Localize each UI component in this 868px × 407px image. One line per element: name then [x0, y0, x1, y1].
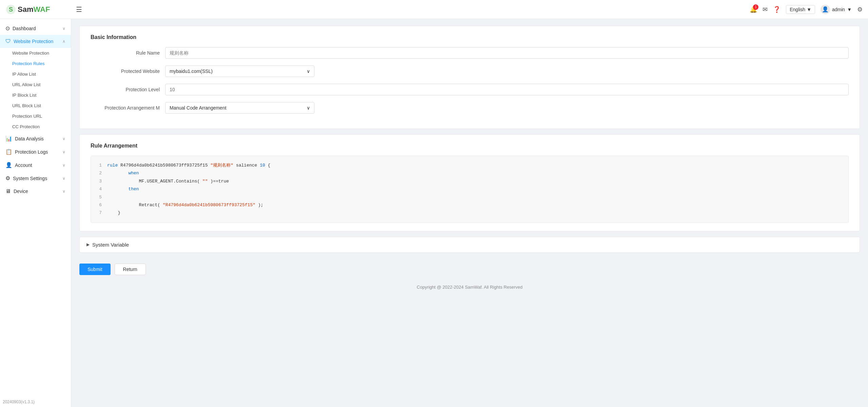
sidebar-sub-item-url-allow-list[interactable]: URL Allow List: [0, 79, 71, 90]
user-menu[interactable]: 👤 admin ▼: [821, 5, 852, 14]
language-arrow-icon: ▼: [807, 7, 811, 12]
protected-website-value: mybaidu1.com(SSL): [170, 69, 213, 74]
version-tag: 20240903(v1.3.1): [3, 400, 35, 404]
user-name: admin: [832, 7, 845, 12]
settings-icon[interactable]: ⚙: [857, 6, 863, 13]
sidebar-item-label: Dashboard: [13, 26, 36, 31]
sidebar-item-label: Data Analysis: [15, 136, 44, 141]
protected-website-label: Protected Website: [91, 69, 165, 74]
device-icon: 🖥: [5, 188, 11, 194]
logo-icon: S: [5, 4, 16, 15]
system-variable-header[interactable]: ▶ System Variable: [80, 237, 860, 252]
sidebar-item-label: Device: [14, 189, 28, 194]
account-chevron-icon: ∨: [62, 163, 65, 168]
submit-button[interactable]: Submit: [79, 264, 111, 275]
rule-name-label: Rule Name: [91, 50, 165, 56]
logo-sam-text: Sam: [18, 5, 33, 14]
account-icon: 👤: [5, 162, 12, 168]
rule-name-control: [165, 47, 849, 59]
dashboard-icon: ⊙: [5, 25, 10, 32]
protected-website-row: Protected Website mybaidu1.com(SSL) ∨: [91, 65, 849, 77]
code-line-2: 2 when: [96, 169, 843, 177]
protection-arrangement-arrow-icon: ∨: [307, 105, 310, 111]
notification-icon[interactable]: 🔔 1: [750, 6, 757, 13]
footer: Copyright @ 2022-2024 SamWaf. All Rights…: [79, 280, 860, 294]
sidebar-item-website-protection-parent[interactable]: 🛡 Website Protection ∧: [0, 35, 71, 48]
sidebar-item-label: Protection Logs: [15, 149, 48, 155]
protected-website-arrow-icon: ∨: [307, 69, 310, 74]
rule-name-row: Rule Name: [91, 47, 849, 59]
system-variable-title: System Variable: [92, 242, 129, 248]
sidebar-sub-item-protection-url[interactable]: Protection URL: [0, 111, 71, 121]
code-line-3: 3 MF.USER_AGENT.Contains( "" )==true: [96, 177, 843, 185]
system-settings-icon: ⚙: [5, 175, 10, 181]
help-icon[interactable]: ❓: [773, 6, 780, 13]
device-chevron-icon: ∨: [62, 189, 65, 194]
line-num-3: 3: [96, 177, 102, 185]
main-content: Basic Information Rule Name Protected We…: [71, 19, 868, 407]
protection-logs-chevron-icon: ∨: [62, 150, 65, 154]
sidebar-item-dashboard[interactable]: ⊙ Dashboard ∨: [0, 22, 71, 35]
code-line-1: 1 rule R4796d4da0b6241b5980673ff93725f15…: [96, 161, 843, 169]
website-protection-icon: 🛡: [5, 38, 11, 44]
action-buttons: Submit Return: [79, 258, 860, 280]
data-analysis-chevron-icon: ∨: [62, 136, 65, 141]
header: S SamWAF ☰ 🔔 1 ✉ ❓ English ▼ 👤 admin ▼ ⚙: [0, 0, 868, 19]
sidebar-sub-item-protection-rules[interactable]: Protection Rules: [0, 58, 71, 69]
protection-arrangement-select[interactable]: Manual Code Arrangement ∨: [165, 102, 314, 114]
basic-info-card: Basic Information Rule Name Protected We…: [79, 26, 860, 129]
hamburger-button[interactable]: ☰: [73, 3, 85, 16]
system-variable-chevron-icon: ▶: [86, 242, 90, 247]
sidebar-sub-item-ip-allow-list[interactable]: IP Allow List: [0, 69, 71, 79]
user-arrow-icon: ▼: [847, 7, 852, 12]
sidebar-item-data-analysis[interactable]: 📊 Data Analysis ∨: [0, 132, 71, 145]
website-protection-chevron-icon: ∧: [62, 39, 65, 44]
protected-website-select[interactable]: mybaidu1.com(SSL) ∨: [165, 65, 314, 77]
sidebar-sub-item-cc-protection[interactable]: CC Protection: [0, 121, 71, 132]
line-num-6: 6: [96, 201, 102, 209]
copyright-text: Copyright @ 2022-2024 SamWaf. All Rights…: [417, 285, 523, 290]
protection-logs-icon: 📋: [5, 149, 12, 155]
line-num-5: 5: [96, 193, 102, 201]
language-selector[interactable]: English ▼: [786, 5, 815, 14]
protected-website-control: mybaidu1.com(SSL) ∨: [165, 65, 849, 77]
sidebar-item-label: Website Protection: [14, 39, 53, 44]
code-line-6: 6 Retract( "R4796d4da0b6241b5980673ff937…: [96, 201, 843, 209]
protection-arrangement-label: Protection Arrangement M: [91, 105, 165, 111]
code-block: 1 rule R4796d4da0b6241b5980673ff93725f15…: [91, 156, 849, 223]
protection-arrangement-row: Protection Arrangement M Manual Code Arr…: [91, 102, 849, 114]
sidebar-item-label: System Settings: [13, 176, 47, 181]
rule-name-input[interactable]: [165, 47, 849, 59]
user-avatar: 👤: [821, 5, 830, 14]
protection-level-row: Protection Level: [91, 84, 849, 95]
notification-badge: 1: [753, 4, 758, 10]
sidebar-item-protection-logs[interactable]: 📋 Protection Logs ∨: [0, 145, 71, 158]
rule-arrangement-card: Rule Arrangement 1 rule R4796d4da0b6241b…: [79, 134, 860, 231]
protection-level-input[interactable]: [165, 84, 849, 95]
protection-arrangement-control: Manual Code Arrangement ∨: [165, 102, 849, 114]
sidebar-sub-item-ip-block-list[interactable]: IP Block List: [0, 90, 71, 100]
line-num-7: 7: [96, 209, 102, 217]
data-analysis-icon: 📊: [5, 135, 12, 142]
svg-text:S: S: [9, 6, 13, 13]
sidebar-item-system-settings[interactable]: ⚙ System Settings ∨: [0, 172, 71, 185]
system-settings-chevron-icon: ∨: [62, 176, 65, 181]
code-line-5: 5: [96, 193, 843, 201]
line-num-4: 4: [96, 185, 102, 193]
sidebar-item-device[interactable]: 🖥 Device ∨: [0, 185, 71, 198]
sidebar: ⊙ Dashboard ∨ 🛡 Website Protection ∧ Web…: [0, 19, 71, 407]
header-right: 🔔 1 ✉ ❓ English ▼ 👤 admin ▼ ⚙: [750, 5, 863, 14]
protection-arrangement-value: Manual Code Arrangement: [170, 105, 226, 111]
line-num-1: 1: [96, 161, 102, 169]
protection-level-control: [165, 84, 849, 95]
language-label: English: [790, 7, 805, 12]
protection-level-label: Protection Level: [91, 87, 165, 92]
return-button[interactable]: Return: [115, 264, 146, 275]
sidebar-sub-item-url-block-list[interactable]: URL Block List: [0, 100, 71, 111]
code-keyword-rule: rule: [107, 163, 118, 168]
code-line-7: 7 }: [96, 209, 843, 217]
sidebar-sub-item-website-protection[interactable]: Website Protection: [0, 48, 71, 58]
sidebar-item-account[interactable]: 👤 Account ∨: [0, 158, 71, 172]
dashboard-chevron-icon: ∨: [62, 26, 65, 31]
mail-icon[interactable]: ✉: [763, 6, 768, 13]
